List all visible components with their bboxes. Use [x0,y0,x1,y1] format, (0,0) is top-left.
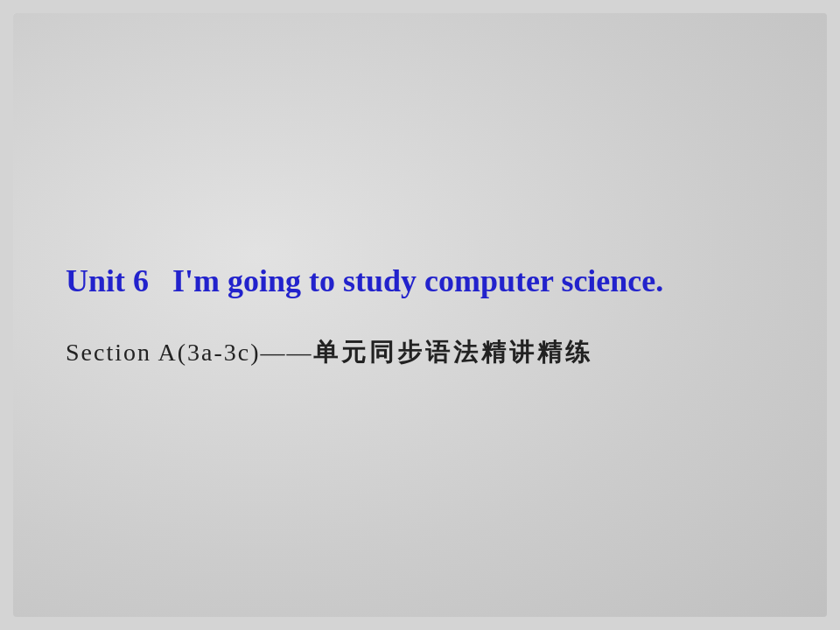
title-rest-part: I'm going to study computer science. [149,263,663,298]
title-computer-science: computer science. [424,263,663,298]
slide: Unit 6 I'm going to study computer scien… [13,13,827,617]
slide-content: Unit 6 I'm going to study computer scien… [66,261,774,370]
main-title: Unit 6 I'm going to study computer scien… [66,261,774,302]
title-unit-part: Unit 6 [66,263,149,298]
subtitle-english: Section A(3a-3c)—— [66,339,313,366]
subtitle-chinese: 单元同步语法精讲精练 [313,339,593,366]
subtitle: Section A(3a-3c)——单元同步语法精讲精练 [66,336,774,369]
